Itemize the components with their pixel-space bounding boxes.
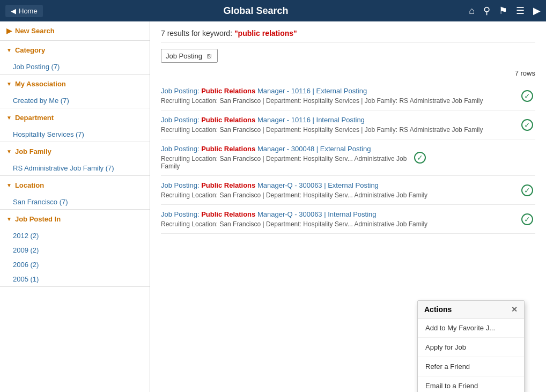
- result-suffix: Manager-Q - 300063 | Internal Posting: [255, 210, 376, 218]
- result-title-4[interactable]: Job Posting: Public Relations Manager-Q …: [161, 181, 514, 189]
- sidebar-section-my-association: ▼ My Association Created by Me (7): [0, 75, 150, 108]
- sidebar: ▶ New Search ▼ Category Job Posting (7) …: [0, 21, 150, 392]
- sidebar-item-hospitality-services[interactable]: Hospitality Services (7): [0, 127, 150, 142]
- sidebar-section-location: ▼ Location San Francisco (7): [0, 176, 150, 210]
- sidebar-location-header[interactable]: ▼ Location: [0, 176, 150, 195]
- filter-tag-label: Job Posting: [166, 52, 202, 60]
- chevron-down-icon: ▼: [6, 149, 12, 154]
- result-action-btn-1[interactable]: ✓: [521, 90, 533, 102]
- result-title-5[interactable]: Job Posting: Public Relations Manager-Q …: [161, 210, 514, 218]
- chevron-down-icon: ▼: [6, 115, 12, 121]
- result-suffix: Manager-Q - 300063 | External Posting: [255, 181, 379, 189]
- sidebar-section-job-family: ▼ Job Family RS Administrative Job Famil…: [0, 142, 150, 176]
- sidebar-category-header[interactable]: ▼ Category: [0, 41, 150, 60]
- main-content: 7 results for keyword: "public relations…: [150, 21, 546, 392]
- sidebar-item-created-by-me[interactable]: Created by Me (7): [0, 93, 150, 108]
- sidebar-section-department: ▼ Department Hospitality Services (7): [0, 108, 150, 142]
- sidebar-job-family-header[interactable]: ▼ Job Family: [0, 142, 150, 161]
- chevron-down-icon: ▼: [6, 81, 12, 87]
- result-highlight: Public Relations: [201, 145, 255, 153]
- result-meta-4: Recruiting Location: San Francisco | Dep…: [161, 191, 514, 199]
- results-summary: 7 results for keyword: "public relations…: [161, 29, 535, 42]
- search-icon[interactable]: ⚲: [483, 5, 490, 17]
- search-keyword: "public relations": [234, 29, 297, 38]
- result-item: Job Posting: Public Relations Manager-Q …: [161, 176, 535, 205]
- remove-filter-icon[interactable]: ⦻: [205, 51, 213, 60]
- actions-panel-item-apply-job[interactable]: Apply for Job: [418, 338, 524, 357]
- result-prefix: Job Posting:: [161, 87, 201, 95]
- result-meta-1: Recruiting Location: San Francisco | Dep…: [161, 97, 514, 105]
- sidebar-my-association-label: My Association: [15, 80, 66, 88]
- top-nav: ◀ Home Global Search ⌂ ⚲ ⚑ ☰ ▶: [0, 0, 546, 21]
- chevron-down-icon: ▼: [6, 47, 12, 53]
- sidebar-item-rs-admin-job-family[interactable]: RS Administrative Job Family (7): [0, 161, 150, 175]
- actions-panel-item-add-favorite[interactable]: Add to My Favorite J...: [418, 319, 524, 338]
- sidebar-department-header[interactable]: ▼ Department: [0, 108, 150, 127]
- sidebar-my-association-header[interactable]: ▼ My Association: [0, 75, 150, 93]
- result-item: Job Posting: Public Relations Manager - …: [161, 139, 535, 176]
- result-title-2[interactable]: Job Posting: Public Relations Manager - …: [161, 116, 514, 124]
- sidebar-section-category: ▼ Category Job Posting (7): [0, 41, 150, 75]
- chevron-down-icon: ▼: [6, 182, 12, 188]
- result-meta-2: Recruiting Location: San Francisco | Dep…: [161, 126, 514, 134]
- actions-panel-item-refer-friend[interactable]: Refer a Friend: [418, 357, 524, 376]
- sidebar-item-san-francisco[interactable]: San Francisco (7): [0, 195, 150, 209]
- arrow-right-icon: ▶: [6, 27, 12, 35]
- result-item: Job Posting: Public Relations Manager - …: [161, 82, 535, 110]
- sidebar-job-posted-in-header[interactable]: ▼ Job Posted In: [0, 210, 150, 228]
- layout: ▶ New Search ▼ Category Job Posting (7) …: [0, 21, 546, 392]
- results-prefix: 7 results for keyword:: [161, 29, 232, 38]
- nav-icons: ⌂ ⚲ ⚑ ☰ ▶: [469, 5, 541, 17]
- rows-count: 7 rows: [161, 69, 535, 77]
- sidebar-job-family-label: Job Family: [15, 147, 51, 156]
- sidebar-location-label: Location: [15, 181, 44, 189]
- result-prefix: Job Posting:: [161, 145, 201, 153]
- result-suffix: Manager - 300048 | External Posting: [255, 145, 371, 153]
- result-item: Job Posting: Public Relations Manager - …: [161, 110, 535, 139]
- result-suffix: Manager - 10116 | Internal Posting: [255, 116, 365, 124]
- back-arrow-icon: ◀: [11, 7, 16, 15]
- result-prefix: Job Posting:: [161, 210, 201, 218]
- actions-panel: Actions ✕ Add to My Favorite J... Apply …: [417, 300, 525, 392]
- sidebar-item-2009[interactable]: 2009 (2): [0, 243, 150, 257]
- chevron-down-icon: ▼: [6, 216, 12, 222]
- result-prefix: Job Posting:: [161, 116, 201, 124]
- result-highlight: Public Relations: [201, 116, 255, 124]
- home-icon[interactable]: ⌂: [469, 5, 475, 17]
- sidebar-item-2012[interactable]: 2012 (2): [0, 228, 150, 243]
- result-highlight: Public Relations: [201, 210, 255, 218]
- sidebar-item-2006[interactable]: 2006 (2): [0, 257, 150, 272]
- result-highlight: Public Relations: [201, 181, 255, 189]
- sidebar-job-posted-in-label: Job Posted In: [15, 215, 61, 223]
- back-button[interactable]: ◀ Home: [5, 5, 43, 17]
- result-action-btn-4[interactable]: ✓: [521, 184, 533, 196]
- result-meta-3: Recruiting Location: San Francisco | Dep…: [161, 155, 417, 170]
- result-title-1[interactable]: Job Posting: Public Relations Manager - …: [161, 87, 514, 95]
- actions-panel-item-email-friend[interactable]: Email to a Friend: [418, 376, 524, 392]
- result-item: Job Posting: Public Relations Manager-Q …: [161, 205, 535, 234]
- result-title-3[interactable]: Job Posting: Public Relations Manager - …: [161, 145, 417, 153]
- sidebar-department-label: Department: [15, 114, 54, 122]
- sidebar-item-job-posting[interactable]: Job Posting (7): [0, 60, 150, 74]
- page-title: Global Search: [43, 5, 469, 17]
- actions-panel-close-button[interactable]: ✕: [511, 305, 518, 314]
- sidebar-section-job-posted-in: ▼ Job Posted In 2012 (2) 2009 (2) 2006 (…: [0, 210, 150, 287]
- menu-icon[interactable]: ☰: [516, 5, 525, 17]
- actions-panel-title: Actions: [424, 305, 452, 314]
- actions-panel-header: Actions ✕: [418, 301, 524, 319]
- user-icon[interactable]: ▶: [533, 5, 541, 17]
- result-prefix: Job Posting:: [161, 181, 201, 189]
- result-action-btn-3[interactable]: ✓: [414, 152, 426, 164]
- sidebar-category-label: Category: [15, 46, 45, 54]
- sidebar-item-2005[interactable]: 2005 (1): [0, 272, 150, 286]
- filter-tag-job-posting[interactable]: Job Posting ⦻: [161, 49, 218, 63]
- result-action-btn-2[interactable]: ✓: [521, 119, 533, 131]
- result-suffix: Manager - 10116 | External Posting: [255, 87, 367, 95]
- back-label: Home: [19, 7, 38, 15]
- new-search-label: New Search: [15, 27, 55, 35]
- new-search-button[interactable]: ▶ New Search: [0, 21, 150, 41]
- result-meta-5: Recruiting Location: San Francisco | Dep…: [161, 220, 514, 228]
- result-action-btn-5[interactable]: ✓: [521, 213, 533, 225]
- flag-icon[interactable]: ⚑: [499, 5, 507, 17]
- result-highlight: Public Relations: [201, 87, 255, 95]
